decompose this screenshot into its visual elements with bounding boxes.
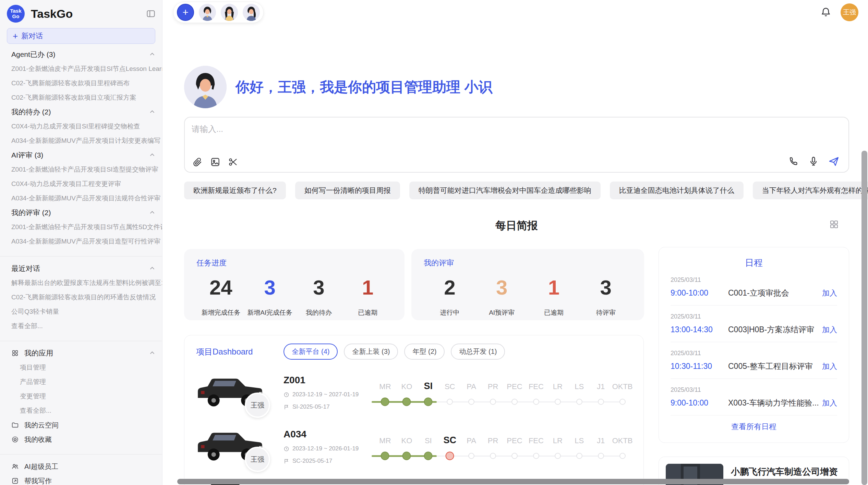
suggestion-chip[interactable]: 如何写一份清晰的项目周报 <box>295 182 400 199</box>
milestone-dot <box>576 399 582 405</box>
filter-powertrain[interactable]: 动总开发 (1) <box>451 344 505 360</box>
event-name: C005-整车工程目标评审 <box>728 361 822 372</box>
sidebar-item-help-write[interactable]: 帮我写作 <box>0 474 162 485</box>
sidebar-item[interactable]: C02-飞腾新能源轻客改款项目里程碑画布 <box>11 76 130 90</box>
filter-new-top[interactable]: 全新上装 (3) <box>344 344 398 360</box>
sidebar-item[interactable]: A034-全新新能源MUV产品开发项目造型可行性评审 <box>11 234 160 249</box>
join-link[interactable]: 加入 <box>822 288 837 298</box>
milestone-label: LS <box>575 382 584 391</box>
event-name: X003-车辆动力学性能验... <box>728 398 822 408</box>
sidebar-item[interactable]: C0X4-动力总成开发项目SI里程碑提交物检查 <box>11 119 140 134</box>
new-chat-button[interactable]: + 新对话 <box>7 28 155 44</box>
app-item-product-mgmt[interactable]: 产品管理 <box>0 375 162 389</box>
horizontal-scrollbar[interactable] <box>177 479 849 484</box>
sidebar-item[interactable]: Z001-全新燃油皮卡产品开发项目SI节点Lesson Learn报告 <box>11 62 162 76</box>
clock-icon <box>284 392 289 398</box>
greeting: 你好，王强，我是你的项目管理助理 小识 <box>184 66 492 108</box>
stat-value: 1 <box>528 276 580 299</box>
suggestion-chip[interactable]: 特朗普可能对进口汽车增税会对中国车企造成哪些影响 <box>409 182 601 199</box>
join-link[interactable]: 加入 <box>822 325 837 335</box>
section-my-review[interactable]: 我的评审 (2) <box>0 206 162 220</box>
section-title: AI评审 (3) <box>11 148 43 162</box>
milestone-dot <box>533 399 539 405</box>
milestone-label: PEC <box>507 436 522 445</box>
send-icon[interactable] <box>828 156 840 167</box>
view-all-schedule-link[interactable]: 查看所有日程 <box>671 415 837 438</box>
filter-all-new-platform[interactable]: 全新平台 (4) <box>284 344 338 360</box>
sidebar-item[interactable]: Z001-全新燃油轻卡产品开发项目SI造型提交物评审 <box>11 162 158 177</box>
app-item-project-mgmt[interactable]: 项目管理 <box>0 360 162 375</box>
sidebar-item[interactable]: C0X4-动力总成开发项目工程变更评审 <box>11 177 121 191</box>
milestone-label: FEC <box>529 382 544 391</box>
section-agent-done[interactable]: Agent已办 (3) <box>0 47 162 62</box>
milestone-dot <box>447 399 453 405</box>
section-my-apps[interactable]: 我的应用 <box>0 346 162 360</box>
milestone-dot <box>533 453 539 459</box>
stat-value: 3 <box>580 276 632 299</box>
stat-value: 3 <box>476 276 528 299</box>
milestone-dot <box>555 399 561 405</box>
app-item-view-all[interactable]: 查看全部... <box>0 403 162 418</box>
section-ai-review[interactable]: AI评审 (3) <box>0 148 162 162</box>
agent-avatar-1[interactable] <box>199 4 216 21</box>
brief-layout-icon[interactable] <box>829 219 839 229</box>
scissors-icon[interactable] <box>228 157 238 167</box>
mic-icon[interactable] <box>808 156 819 167</box>
apps-grid-icon <box>11 349 19 357</box>
section-title: 最近对话 <box>11 261 40 276</box>
app-logo-line1: Task <box>10 8 21 14</box>
sidebar-item-favorites[interactable]: 我的收藏 <box>0 432 162 447</box>
view-all-chats[interactable]: 查看全部... <box>11 319 43 333</box>
agent-avatar-2[interactable] <box>221 4 238 21</box>
milestone-label: J1 <box>597 382 605 391</box>
sidebar-item[interactable]: C02-飞腾新能源轻客改款项目立项汇报方案 <box>11 90 136 105</box>
sidebar-item[interactable]: 解释最新出台的欧盟报废车法规再生塑料比例被调至15%... <box>11 276 162 290</box>
section-my-todo[interactable]: 我的待办 (2) <box>0 105 162 119</box>
user-avatar[interactable]: 王强 <box>841 3 858 21</box>
schedule-event: 2025/03/11 9:00-10:00 C001-立项审批会 加入 <box>671 269 837 306</box>
milestone-dot <box>598 399 604 405</box>
sidebar-item[interactable]: A034-全新新能源MUV产品开发项目法规符合性评审 <box>11 191 160 206</box>
sidebar-item-ai-staff[interactable]: AI超级员工 <box>0 459 162 474</box>
suggestion-chip[interactable]: 当下年轻人对汽车外观有怎样的喜好趋势 <box>753 182 868 199</box>
section-recent-chats[interactable]: 最近对话 <box>0 261 162 276</box>
ai-staff-label: AI超级员工 <box>24 459 58 474</box>
phone-icon[interactable] <box>788 156 799 167</box>
sidebar-item[interactable]: 公司Q3轻卡销量 <box>11 304 59 319</box>
notifications-bell-icon[interactable] <box>820 7 832 18</box>
suggestion-chip[interactable]: 比亚迪全固态电池计划具体说了什么 <box>610 182 744 199</box>
sidebar-item[interactable]: C02-飞腾新能源轻客改款项目的闭环通告反馈情况 <box>11 290 156 304</box>
stat-label: 新增AI完成任务 <box>245 308 294 317</box>
filter-year-model[interactable]: 年型 (2) <box>404 344 445 360</box>
milestone-label: PR <box>488 382 498 391</box>
my-review-card: 我的评审 2 进行中 3 AI预评审 1 已逾期 3 待评审 <box>411 249 644 320</box>
milestone-dot <box>490 453 496 459</box>
chat-input-card <box>184 117 849 173</box>
stat-value: 2 <box>424 276 476 299</box>
paperclip-icon[interactable] <box>192 157 203 167</box>
chevron-up-icon <box>148 51 156 58</box>
image-icon[interactable] <box>210 157 220 167</box>
main-area: + 王强 你好，王强，我是你的项目管理助理 小识 <box>162 0 868 485</box>
event-time: 13:00-14:30 <box>671 325 728 334</box>
app-item-change-mgmt[interactable]: 变更管理 <box>0 389 162 403</box>
sidebar-item[interactable]: Z001-全新燃油轻卡产品开发项目SI节点属性5D文件评审 <box>11 220 162 234</box>
agent-avatar-3[interactable] <box>243 4 260 21</box>
milestone-label: LR <box>553 382 563 391</box>
join-link[interactable]: 加入 <box>822 398 837 408</box>
join-link[interactable]: 加入 <box>822 361 837 372</box>
suggestion-chip[interactable]: 欧洲新规最近颁布了什么? <box>184 182 286 199</box>
project-row-z001[interactable]: 王强 Z001 2023-12-19 ~ 2027-01-19 SI-2025-… <box>196 373 643 414</box>
add-session-button[interactable]: + <box>177 4 194 21</box>
stat-in-progress: 2 进行中 <box>424 276 476 317</box>
milestone-label: PA <box>467 382 476 391</box>
vertical-scrollbar[interactable] <box>861 151 867 485</box>
event-name: C003|H0B-方案冻结评审 <box>728 324 822 335</box>
project-flag: SC-2025-05-17 <box>284 458 374 464</box>
project-row-a034[interactable]: 王强 A034 2023-12-19 ~ 2026-01-19 SC-2025-… <box>196 427 643 468</box>
milestone-label: KO <box>401 436 412 445</box>
chat-input[interactable] <box>192 124 740 154</box>
sidebar-collapse-icon[interactable] <box>146 9 156 18</box>
sidebar-item-cloud-space[interactable]: 我的云空间 <box>0 418 162 432</box>
sidebar-item[interactable]: A034-全新新能源MUV产品开发项目计划变更表编写 <box>11 134 160 148</box>
